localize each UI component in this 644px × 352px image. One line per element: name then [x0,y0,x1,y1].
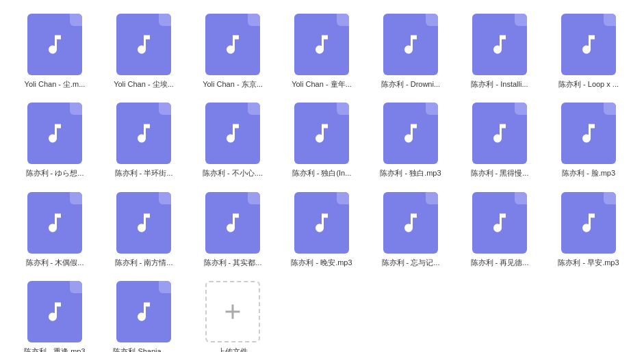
file-label: 陈亦利 - Loop x ... [558,79,619,89]
music-file-icon [472,14,527,75]
music-file-icon [561,103,616,164]
file-label: 陈亦利 - 半环街... [115,168,173,178]
music-file-icon [116,14,171,75]
file-label: 陈亦利 - 重逢.mp3 [24,347,85,352]
file-label: 陈亦利 - 早安.mp3 [558,258,619,267]
file-grid: Yoli Chan - 尘.m... Yoli Chan - 尘埃... Yol… [14,14,630,352]
file-label: 陈亦利 - 其实都... [204,258,262,267]
music-file-icon [27,192,82,254]
file-label: Yoli Chan - 东京... [203,79,263,89]
file-label: 陈亦利 - 再见德... [471,258,529,267]
file-label: 陈亦利 - 木偶假... [26,258,84,267]
music-file-icon [116,281,171,342]
file-label: 陈亦利 - Drowni... [381,79,440,89]
file-label: Yoli Chan - 尘.m... [25,79,86,89]
music-file-icon [116,192,171,254]
music-file-icon [294,103,349,164]
file-label: Yoli Chan - 童年... [292,79,352,89]
file-item[interactable]: 陈亦利 - 独白(In... [281,103,363,178]
music-file-icon [27,14,82,75]
file-item[interactable]: 陈亦利 - Drowni... [370,14,452,89]
file-item[interactable]: Yoli Chan - 尘.m... [14,14,96,89]
file-item[interactable]: 陈亦利 - Installi... [459,14,541,89]
music-file-icon [383,14,438,75]
music-file-icon [561,192,616,254]
music-file-icon [205,192,260,254]
file-item[interactable]: 陈亦利 - 重逢.mp3 [14,281,96,352]
file-item[interactable]: 陈亦利 - 独白.mp3 [370,103,452,178]
music-file-icon [294,14,349,75]
file-item[interactable]: 陈亦利 - 南方情... [103,192,185,267]
music-file-icon [116,103,171,164]
file-item[interactable]: 陈亦利 - 早安.mp3 [548,192,630,267]
file-label: 陈亦利 - 独白(In... [292,168,352,178]
file-item[interactable]: Yoli Chan - 尘埃... [103,14,185,89]
file-label: 陈亦利 - Installi... [471,79,528,89]
file-label: 陈亦利 - 黑得慢... [471,168,529,178]
music-file-icon [383,103,438,164]
file-item[interactable]: 陈亦利 - 脸.mp3 [548,103,630,178]
file-item[interactable]: 陈亦利 - 不小心.... [192,103,274,178]
file-label: 陈亦利 - 不小心.... [203,168,263,178]
music-file-icon [205,14,260,75]
music-file-icon [472,192,527,254]
file-label: 陈亦利,Shania - ... [113,347,174,352]
music-file-icon [383,192,438,254]
music-file-icon [294,192,349,254]
music-file-icon [27,281,82,342]
file-item[interactable]: 陈亦利,Shania - ... [103,281,185,352]
file-label: 陈亦利 - ゆら想... [26,168,84,178]
file-item[interactable]: 陈亦利 - 黑得慢... [459,103,541,178]
file-label: 陈亦利 - 独白.mp3 [380,168,441,178]
file-label: 陈亦利 - 脸.mp3 [562,168,615,178]
file-item[interactable]: 陈亦利 - 其实都... [192,192,274,267]
upload-icon [205,281,260,342]
file-label: 陈亦利 - 忘与记... [382,258,440,267]
file-item[interactable]: 陈亦利 - 再见德... [459,192,541,267]
file-label: Yoli Chan - 尘埃... [114,79,174,89]
file-item[interactable]: 陈亦利 - 半环街... [103,103,185,178]
file-item[interactable]: Yoli Chan - 东京... [192,14,274,89]
file-item[interactable]: 陈亦利 - 晚安.mp3 [281,192,363,267]
file-item[interactable]: 陈亦利 - Loop x ... [548,14,630,89]
file-label: 陈亦利 - 南方情... [115,258,173,267]
music-file-icon [561,14,616,75]
file-item[interactable]: 陈亦利 - 木偶假... [14,192,96,267]
upload-button[interactable]: 上传文件 [192,281,274,352]
file-label: 上传文件 [218,347,248,352]
file-label: 陈亦利 - 晚安.mp3 [291,258,352,267]
music-file-icon [205,103,260,164]
file-item[interactable]: 陈亦利 - ゆら想... [14,103,96,178]
file-item[interactable]: Yoli Chan - 童年... [281,14,363,89]
music-file-icon [27,103,82,164]
music-file-icon [472,103,527,164]
file-item[interactable]: 陈亦利 - 忘与记... [370,192,452,267]
